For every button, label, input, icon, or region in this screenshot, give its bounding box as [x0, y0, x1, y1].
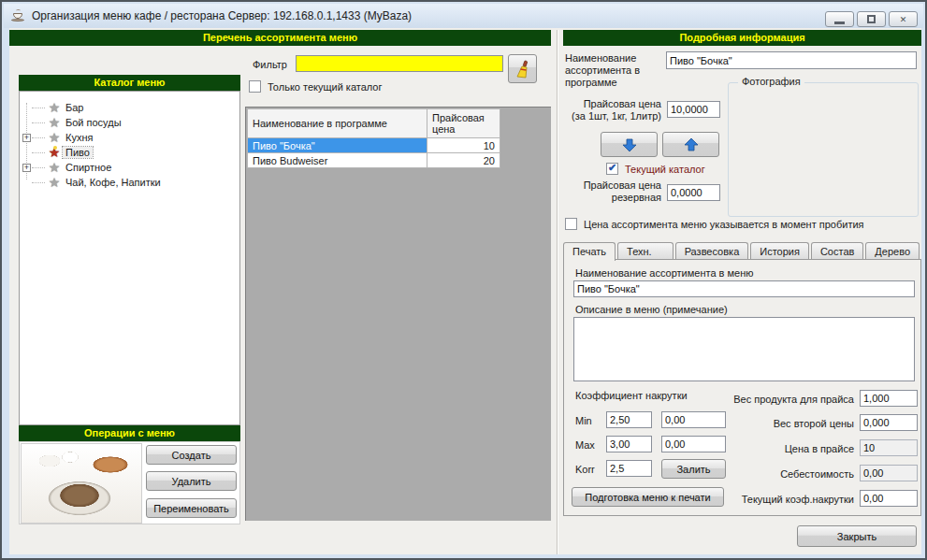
current-catalog-checkbox[interactable]: ✔	[606, 163, 618, 175]
min-label: Min	[575, 415, 592, 426]
tree-item-label: Бар	[63, 102, 86, 113]
weight-input[interactable]	[860, 390, 918, 407]
coffee-cup-icon	[11, 8, 26, 23]
tree-item-label: Бой посуды	[63, 117, 124, 128]
table-row[interactable]: Пиво Budweiser20	[248, 153, 500, 168]
tree-item-label: Кухня	[63, 132, 95, 143]
cell-price[interactable]: 20	[427, 153, 500, 168]
tree-connector	[32, 152, 45, 153]
price-label-line1: Прайсовая цена	[547, 98, 661, 109]
tree-item[interactable]: +★Бар	[20, 100, 239, 115]
maximize-button[interactable]	[857, 11, 886, 27]
star-icon: ★	[46, 100, 63, 115]
tree-item-label: Спиртное	[63, 162, 114, 173]
cell-price[interactable]: 10	[427, 138, 500, 153]
move-up-button[interactable]	[662, 132, 719, 157]
catalog-tree[interactable]: +★Бар+★Бой посуды+★Кухня+★Пиво+★Спиртное…	[19, 91, 240, 425]
cost-label: Себестоимость	[709, 468, 854, 480]
price-at-sale-label: Цена ассортимента меню указывается в мом…	[584, 219, 864, 230]
star-icon: ★	[46, 145, 63, 160]
description-label: Описание в меню (примечание)	[575, 304, 728, 315]
tree-item[interactable]: +★Бой посуды	[20, 115, 239, 130]
dish-photo	[21, 443, 142, 524]
tab-4[interactable]: Состав	[811, 242, 863, 260]
description-textarea[interactable]	[573, 317, 915, 381]
star-icon: ★	[46, 160, 63, 175]
app-window: Организация меню кафе / ресторана Сервер…	[0, 0, 927, 560]
arrow-down-icon	[622, 137, 637, 152]
photo-groupbox: Фотография	[728, 82, 919, 217]
operation-button-2[interactable]: Переименовать	[146, 498, 237, 518]
detail-tabs: ПечатьТехн. картаРазвесовкаИсторияСостав…	[563, 242, 921, 260]
korr-input[interactable]	[606, 460, 652, 477]
operations-header: Операции с меню	[19, 425, 240, 441]
tree-connector	[32, 108, 45, 108]
filter-label: Фильтр	[253, 59, 287, 70]
filter-input[interactable]	[296, 55, 503, 72]
reserve-price-input[interactable]	[667, 184, 720, 201]
assortment-table-area: Наименование в программе Прайсовая цена …	[245, 107, 551, 521]
photo-group-label: Фотография	[738, 76, 804, 87]
operation-button-0[interactable]: Создать	[146, 445, 237, 465]
weight-label: Вес продукта для прайса	[709, 394, 854, 405]
tree-connector	[32, 167, 45, 168]
only-current-catalog-label: Только текущий каталог	[268, 81, 383, 93]
table-row[interactable]: Пиво "Бочка"10	[248, 138, 500, 153]
program-name-input[interactable]	[666, 51, 917, 69]
korr-label: Korr	[575, 464, 595, 475]
star-icon: ★	[46, 130, 63, 145]
expand-icon[interactable]: +	[22, 164, 31, 172]
price-list-label: Цена в прайсе	[709, 443, 854, 454]
move-down-button[interactable]	[601, 132, 658, 157]
star-icon: ★	[46, 175, 63, 190]
left-section-header: Перечень ассортимента меню	[9, 30, 551, 46]
star-icon: ★	[46, 115, 63, 130]
min-input-1[interactable]	[606, 411, 652, 428]
cell-name[interactable]: Пиво Budweiser	[248, 153, 427, 168]
column-header-price[interactable]: Прайсовая цена	[427, 109, 500, 138]
minimize-button[interactable]	[825, 11, 854, 27]
current-catalog-label: Текущий каталог	[625, 164, 705, 175]
expand-icon[interactable]: +	[22, 134, 31, 142]
close-icon[interactable]: ✕	[889, 11, 918, 27]
tab-1[interactable]: Техн. карта	[617, 242, 674, 260]
tree-item-label: Чай, Кофе, Напитки	[63, 177, 164, 188]
price-at-sale-checkbox[interactable]	[565, 218, 577, 230]
tree-item[interactable]: +★Пиво	[20, 145, 239, 160]
cost-value	[860, 465, 918, 481]
table-body: Пиво "Бочка"10Пиво Budweiser20	[248, 138, 500, 168]
column-header-name[interactable]: Наименование в программе	[248, 109, 427, 138]
prepare-print-button[interactable]: Подготовка меню к печати	[572, 487, 724, 507]
tab-5[interactable]: Дерево	[865, 242, 920, 260]
current-markup-label: Текущий коэф.накрутки	[709, 494, 854, 505]
right-section-header: Подробная информация	[563, 30, 921, 46]
price-list-value	[860, 439, 918, 456]
second-weight-label: Вес второй цены	[709, 418, 854, 429]
tree-connector	[32, 122, 45, 123]
arrow-up-icon	[684, 137, 699, 152]
second-weight-input[interactable]	[860, 414, 918, 431]
only-current-catalog-checkbox[interactable]	[249, 80, 261, 93]
titlebar[interactable]: Организация меню кафе / ресторана Сервер…	[4, 4, 923, 28]
clear-filter-button[interactable]	[508, 54, 537, 83]
program-name-label: Наименование ассортимента в программе	[565, 52, 664, 89]
operation-button-1[interactable]: Удалить	[146, 471, 237, 491]
markup-coefficient-label: Коэффициент накрутки	[575, 390, 688, 401]
assortment-table[interactable]: Наименование в программе Прайсовая цена …	[247, 108, 500, 168]
catalog-header: Каталог меню	[19, 75, 240, 91]
tab-2[interactable]: Развесовка	[675, 242, 749, 260]
tree-item[interactable]: +★Чай, Кофе, Напитки	[20, 175, 239, 190]
tree-item[interactable]: +★Кухня	[20, 130, 239, 145]
current-markup-input[interactable]	[860, 490, 918, 507]
max-label: Max	[575, 439, 595, 451]
menu-name-input[interactable]	[573, 280, 915, 297]
price-input[interactable]	[667, 101, 720, 118]
tab-3[interactable]: История	[750, 242, 809, 260]
print-tab-panel: Наименование ассортимента в меню Описани…	[563, 259, 921, 516]
cell-name[interactable]: Пиво "Бочка"	[248, 138, 427, 153]
tree-item[interactable]: +★Спиртное	[20, 160, 239, 175]
max-input-1[interactable]	[606, 436, 652, 452]
tab-0[interactable]: Печать	[563, 242, 616, 261]
close-dialog-button[interactable]: Закрыть	[797, 525, 917, 547]
window-title: Организация меню кафе / ресторана Сервер…	[32, 9, 412, 22]
